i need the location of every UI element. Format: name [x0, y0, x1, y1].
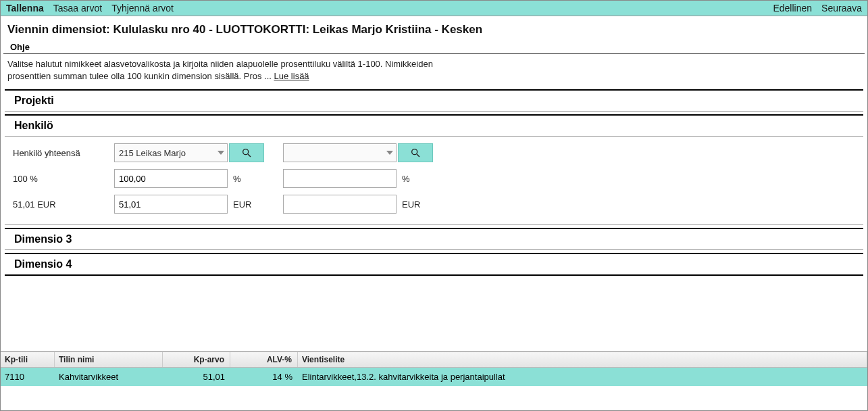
help-text: Valitse halutut nimikkeet alasvetovaliko…	[1, 54, 867, 87]
person-pct-label: 100 %	[13, 174, 114, 184]
eur-unit-2: EUR	[398, 199, 452, 210]
section-henkilo-header[interactable]: Henkilö	[5, 114, 863, 137]
pct-unit-2: %	[398, 174, 452, 184]
col-vientiselite[interactable]: Vientiselite	[298, 352, 867, 367]
svg-line-1	[248, 154, 251, 157]
cell-desc: Elintarvikkeet,13.2. kahvitarvikkeita ja…	[298, 368, 867, 386]
eur-unit-1: EUR	[229, 199, 283, 210]
read-more-link[interactable]: Lue lisää	[274, 71, 309, 81]
level-values-button[interactable]: Tasaa arvot	[53, 3, 102, 14]
section-henkilo-body: Henkilö yhteensä 215 Leikas Marjo 100 %	[5, 137, 863, 225]
person-total-label: Henkilö yhteensä	[13, 148, 114, 158]
person-search-button-2[interactable]	[398, 143, 433, 162]
col-kp-tili[interactable]: Kp-tili	[1, 352, 55, 367]
cell-acct: 7110	[1, 368, 55, 386]
person-eur-input-1[interactable]	[114, 195, 228, 214]
chevron-down-icon	[218, 151, 224, 155]
person-search-button-1[interactable]	[229, 143, 264, 162]
col-kp-arvo[interactable]: Kp-arvo	[163, 352, 230, 367]
person-combo-1-value: 215 Leikas Marjo	[119, 148, 186, 158]
search-icon	[410, 147, 421, 158]
previous-button[interactable]: Edellinen	[773, 3, 812, 14]
table-empty-area	[1, 386, 867, 410]
pct-unit-1: %	[229, 174, 283, 184]
entries-table: Kp-tili Tilin nimi Kp-arvo ALV-% Vientis…	[1, 351, 867, 410]
table-row[interactable]: 7110 Kahvitarvikkeet 51,01 14 % Elintarv…	[1, 368, 867, 386]
help-heading: Ohje	[3, 41, 865, 54]
section-dim3-header[interactable]: Dimensio 3	[5, 228, 863, 250]
cell-name: Kahvitarvikkeet	[55, 368, 163, 386]
person-eur-label: 51,01 EUR	[13, 199, 114, 210]
person-pct-input-2[interactable]	[283, 169, 397, 188]
person-combo-2[interactable]	[283, 143, 397, 162]
help-line1: Valitse halutut nimikkeet alasvetovaliko…	[7, 59, 433, 69]
person-eur-input-2[interactable]	[283, 195, 397, 214]
svg-point-0	[243, 149, 249, 155]
page-title: Viennin dimensiot: Kululasku nro 40 - LU…	[1, 16, 867, 41]
svg-line-3	[417, 154, 419, 157]
help-line2: prosenttien summan tulee olla 100 kunkin…	[7, 71, 274, 81]
col-tilin-nimi[interactable]: Tilin nimi	[55, 352, 163, 367]
col-alv[interactable]: ALV-%	[230, 352, 298, 367]
person-combo-1[interactable]: 215 Leikas Marjo	[114, 143, 228, 162]
person-pct-input-1[interactable]	[114, 169, 228, 188]
next-button[interactable]: Seuraava	[821, 3, 862, 14]
section-projekti-header[interactable]: Projekti	[5, 89, 863, 112]
cell-val: 51,01	[163, 368, 230, 386]
top-toolbar: Tallenna Tasaa arvot Tyhjennä arvot Edel…	[1, 1, 867, 16]
chevron-down-icon	[386, 151, 393, 155]
section-dim4-header[interactable]: Dimensio 4	[5, 253, 863, 276]
save-button[interactable]: Tallenna	[6, 3, 44, 14]
cell-vat: 14 %	[230, 368, 298, 386]
search-icon	[241, 147, 252, 158]
svg-point-2	[412, 149, 417, 155]
clear-values-button[interactable]: Tyhjennä arvot	[111, 3, 174, 14]
table-header-row: Kp-tili Tilin nimi Kp-arvo ALV-% Vientis…	[1, 352, 867, 368]
